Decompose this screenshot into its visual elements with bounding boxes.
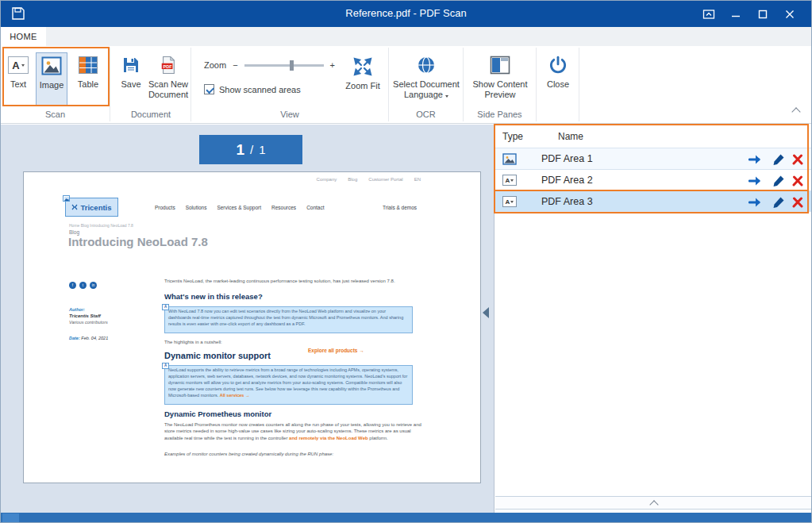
- splitter-collapse-arrow[interactable]: [483, 307, 489, 318]
- ribbon-tab-row: HOME: [1, 27, 811, 46]
- delete-area-button[interactable]: [789, 196, 806, 209]
- image-area-marker-icon: [63, 195, 70, 202]
- text-area-button[interactable]: A Text: [4, 52, 33, 106]
- image-area-button[interactable]: Image: [36, 52, 67, 106]
- pdf-document-icon: PDF: [160, 52, 177, 78]
- doc-breadcrumb: Home Blog Introducing NeoLoad 7.8: [69, 223, 133, 228]
- table-row-pdf-area-3-selected[interactable]: A PDF Area 3: [495, 190, 812, 212]
- doc-prometheus-paragraph: The NeoLoad Prometheus monitor now creat…: [164, 421, 428, 441]
- tab-home[interactable]: HOME: [1, 27, 46, 46]
- doc-intro-paragraph: Tricentis NeoLoad, the market-leading co…: [164, 278, 428, 284]
- doc-author-label: Author:: [69, 307, 85, 312]
- ribbon-group-view: Zoom − + Show scanned areas Zoom Fit Vie…: [191, 48, 389, 121]
- zoom-out-button[interactable]: −: [233, 60, 237, 70]
- edit-area-button[interactable]: [770, 196, 787, 209]
- pdf-area-3-highlight[interactable]: A NeoLoad supports the ability to retrie…: [164, 365, 413, 405]
- ribbon-collapse-chevron[interactable]: [791, 109, 802, 117]
- select-document-language-button[interactable]: Select Document Language: [392, 52, 460, 106]
- show-content-preview-button[interactable]: Show Content Preview: [467, 52, 533, 106]
- doc-author-sub: Various contributors: [69, 320, 108, 325]
- tricentis-logo-mark: [71, 204, 78, 210]
- zoom-fit-icon: [352, 54, 373, 79]
- goto-area-button[interactable]: [748, 153, 765, 166]
- scanned-page-preview: CompanyBlogCustomer PortalEN Tricentis P…: [23, 171, 481, 483]
- zoom-in-button[interactable]: +: [330, 60, 335, 70]
- ribbon: A Text Image Table Scan: [1, 46, 811, 124]
- image-type-icon: [502, 153, 517, 168]
- content-preview-icon: [490, 52, 510, 78]
- document-group-label: Document: [111, 110, 190, 119]
- pdf-area-2-highlight[interactable]: A With NeoLoad 7.8 now you can edit test…: [164, 306, 413, 333]
- twitter-icon: t: [79, 282, 87, 289]
- column-header-name: Name: [558, 131, 583, 142]
- close-document-button[interactable]: Close: [539, 52, 577, 106]
- linkedin-icon: in: [90, 282, 97, 289]
- goto-area-button[interactable]: [748, 196, 765, 209]
- table-row-pdf-area-2[interactable]: A PDF Area 2: [495, 169, 812, 190]
- delete-area-button[interactable]: [789, 175, 806, 187]
- doc-date: Date: Feb. 04, 2021: [69, 336, 108, 340]
- text-type-icon: A: [502, 175, 517, 186]
- area-name: PDF Area 2: [541, 175, 593, 186]
- svg-text:PDF: PDF: [164, 64, 173, 69]
- statusbar-accent: [2, 513, 19, 523]
- doc-author: Tricentis Staff: [69, 313, 101, 318]
- pdf-scan-window: Reference.pdf - PDF Scan HOME A: [0, 0, 812, 523]
- status-bar: [1, 513, 811, 523]
- globe-icon: [416, 52, 437, 78]
- ocr-group-label: OCR: [389, 110, 463, 119]
- zoom-slider-handle[interactable]: [290, 60, 294, 71]
- doc-article-title: Introducing NeoLoad 7.8: [68, 235, 208, 248]
- column-header-type: Type: [502, 131, 523, 142]
- show-scanned-areas-label: Show scanned areas: [219, 85, 301, 94]
- doc-explore-link: Explore all products →: [308, 348, 364, 353]
- language-dropdown-caret: [445, 95, 448, 98]
- area-name: PDF Area 1: [541, 153, 593, 164]
- pdf-area-1-highlight[interactable]: Tricentis: [65, 198, 118, 217]
- doc-nav-cta: Trials & demos: [383, 205, 417, 210]
- expand-pane-chevron-icon: [649, 500, 658, 509]
- zoom-slider[interactable]: [244, 64, 324, 67]
- edit-area-button[interactable]: [770, 175, 787, 187]
- text-area-marker-icon: A: [162, 363, 169, 369]
- side-panes-group-label: Side Panes: [464, 110, 536, 119]
- pdf-areas-panel: Type Name PDF Area 1 A PDF Area 2 A PDF …: [495, 125, 812, 513]
- window-controls: [695, 1, 803, 27]
- zoom-fit-button[interactable]: Zoom Fit: [342, 54, 383, 108]
- delete-area-button[interactable]: [789, 153, 806, 166]
- save-button[interactable]: Save: [116, 52, 146, 106]
- close-window-button[interactable]: [776, 1, 803, 27]
- minimize-button[interactable]: [722, 1, 749, 27]
- table-icon: [78, 52, 98, 78]
- scan-group-label: Scan: [1, 110, 110, 119]
- doc-examples-line: Examples of monitor counters being creat…: [164, 452, 428, 456]
- ribbon-group-side-panes: Show Content Preview Side Panes: [464, 48, 537, 121]
- doc-nav: ProductsSolutionsServices & SupportResou…: [155, 205, 325, 210]
- doc-heading-prometheus: Dynamic Prometheus monitor: [164, 410, 271, 418]
- doc-inline-link: and remotely via the NeoLoad Web: [289, 436, 368, 440]
- save-icon: [121, 52, 140, 78]
- goto-area-button[interactable]: [748, 175, 765, 187]
- zoom-label: Zoom: [204, 60, 226, 70]
- content-preview-collapsed-pane[interactable]: [495, 496, 812, 510]
- ribbon-display-options-icon[interactable]: [695, 1, 722, 27]
- window-title: Reference.pdf - PDF Scan: [1, 7, 811, 19]
- ribbon-group-close: Close: [537, 48, 579, 121]
- view-group-label: View: [191, 110, 388, 119]
- doc-heading-monitor: Dynamic monitor support: [164, 351, 271, 360]
- document-canvas: 1 / 1 CompanyBlogCustomer PortalEN Trice…: [1, 125, 495, 513]
- show-scanned-areas-checkbox[interactable]: [204, 84, 214, 94]
- edit-area-button[interactable]: [770, 153, 787, 166]
- title-bar: Reference.pdf - PDF Scan: [1, 1, 811, 27]
- facebook-icon: f: [69, 282, 76, 289]
- maximize-button[interactable]: [749, 1, 776, 27]
- table-row-pdf-area-1[interactable]: PDF Area 1: [495, 148, 812, 169]
- scan-new-document-button[interactable]: PDF Scan New Document: [146, 52, 190, 106]
- text-type-icon: A: [502, 196, 517, 207]
- power-icon: [548, 52, 568, 78]
- doc-blog-label: Blog: [69, 229, 79, 235]
- doc-top-links: CompanyBlogCustomer PortalEN: [262, 177, 421, 182]
- ribbon-group-ocr: Select Document Language OCR: [389, 48, 464, 121]
- text-style-icon: A: [8, 52, 29, 78]
- table-area-button[interactable]: Table: [72, 52, 104, 106]
